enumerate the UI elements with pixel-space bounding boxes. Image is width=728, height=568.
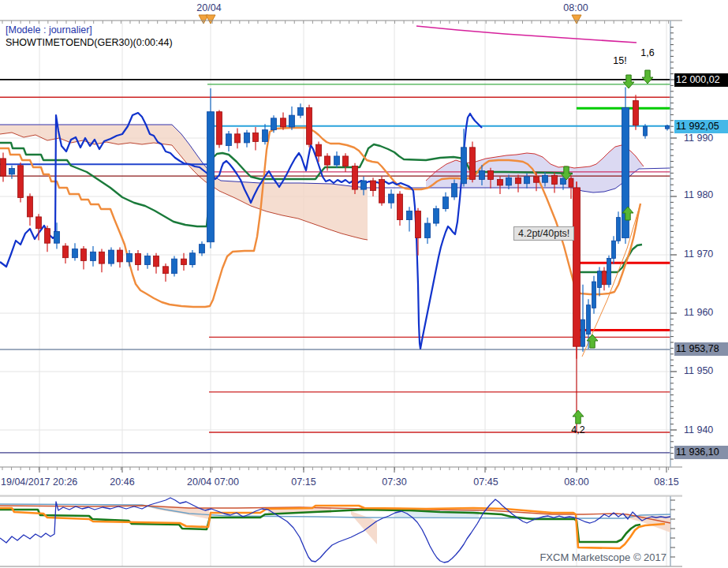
candle-body [235, 134, 241, 143]
candle-body [190, 253, 196, 265]
candle-body [587, 305, 591, 334]
down-arrow-icon [623, 75, 634, 88]
legend-model-label: [Modele : journalier] [6, 24, 92, 36]
time-axis-label: 07:30 [382, 476, 406, 488]
watermark: FXCM Marketscope © 2017 [442, 551, 666, 563]
price-tick-label: 11 970 [684, 248, 713, 260]
candle-body [172, 259, 177, 274]
panel-green-line [0, 510, 640, 542]
candle-body [516, 178, 521, 183]
candle-body [407, 211, 413, 220]
candle-body [525, 177, 530, 184]
candle-body [63, 246, 69, 258]
candle-body [226, 134, 232, 146]
candle-body [45, 229, 50, 244]
candle-body [263, 130, 268, 142]
time-axis-label: 19/04/2017 20:26 [1, 476, 77, 488]
candle-body [109, 250, 114, 263]
candle-body [581, 320, 585, 346]
candle-body [163, 267, 169, 274]
candle-body [603, 271, 607, 285]
candle-body [592, 282, 596, 308]
candle-body [398, 194, 403, 220]
candle-body [200, 245, 205, 253]
time-axis-label: 07:45 [473, 476, 498, 488]
candle-body [81, 249, 87, 261]
candle-body [361, 181, 367, 189]
candle-body [552, 175, 558, 184]
up-arrow-icon [573, 410, 584, 424]
arrow-label-15: 15! [613, 55, 626, 66]
price-tick-label: 11 950 [684, 365, 713, 376]
candle-body [480, 170, 485, 179]
candle-body [425, 223, 431, 238]
price-tick-label: 11 980 [684, 189, 713, 200]
down-arrow-icon [642, 70, 653, 84]
candle-body [498, 180, 503, 185]
arrow-label-42: 4,2 [571, 424, 584, 435]
candle-body [607, 258, 611, 284]
points-annotation-badge: 4.2pt/40pts! [513, 226, 574, 241]
candle-body [271, 118, 277, 130]
candle-body [28, 196, 33, 217]
top-axis-label-2004: 20/04 [196, 2, 221, 13]
candle-body [136, 254, 141, 265]
candle-body [145, 256, 151, 264]
candle-body [666, 125, 670, 129]
candle-body [36, 217, 42, 229]
candle-body [343, 156, 349, 166]
arrow-label-16: 1,6 [640, 47, 654, 58]
candle-body [325, 156, 330, 165]
candle-body [91, 252, 96, 260]
candle-body [54, 231, 60, 243]
legend-indicator-label: SHOWTIMETOEND(GER30)(0:00:44) [6, 37, 173, 48]
candle-body [99, 252, 105, 263]
candle-body [506, 178, 512, 185]
candle-body [18, 166, 24, 198]
candle-body [389, 194, 394, 203]
candle-body [316, 144, 322, 156]
candle-body [207, 112, 215, 242]
time-axis-label: 20/04 07:00 [187, 476, 239, 488]
ichimoku-cloud [210, 175, 368, 240]
panel-fill-region [351, 511, 377, 544]
candle-body [443, 197, 449, 209]
candle-body [612, 241, 616, 258]
price-tag-level-bottom: 11 936,10 [674, 446, 728, 459]
candle-body [245, 133, 250, 143]
candle-body [379, 180, 385, 204]
top-axis-label-0800: 08:00 [563, 2, 588, 13]
candle-body [1, 159, 6, 176]
candle-body [569, 178, 573, 187]
candle-body [573, 188, 581, 346]
time-axis-label: 08:00 [564, 476, 588, 488]
candle-body [181, 259, 187, 264]
candle-body [9, 168, 15, 174]
descending-trend-line [416, 26, 637, 43]
candle-body [488, 170, 494, 179]
candle-body [543, 175, 548, 182]
price-tick-label: 11 990 [684, 133, 713, 144]
recovery-trend-orange-thin [582, 204, 640, 357]
candle-body [353, 166, 358, 190]
time-marker-triangle-icon [206, 15, 215, 24]
candle-body [561, 178, 566, 184]
candle-body [434, 209, 439, 224]
candle-body [154, 256, 159, 266]
time-axis-label: 08:15 [654, 476, 678, 488]
candle-body [598, 271, 602, 288]
candle-body [281, 118, 286, 127]
candle-body [289, 115, 295, 127]
time-axis-label: 20:46 [110, 476, 134, 488]
candle-body [452, 184, 457, 197]
price-tag-current: 11 992,05 [674, 120, 728, 133]
time-marker-triangle-icon [572, 15, 581, 24]
candle-body [470, 148, 476, 180]
price-tag-high: 12 000,02 [674, 73, 728, 87]
candle-body [461, 148, 467, 184]
candle-body [371, 181, 376, 191]
price-tick-label: 11 940 [684, 424, 713, 435]
candle-body [416, 211, 421, 238]
time-axis-label: 07:15 [291, 476, 315, 488]
candle-body [118, 250, 123, 262]
